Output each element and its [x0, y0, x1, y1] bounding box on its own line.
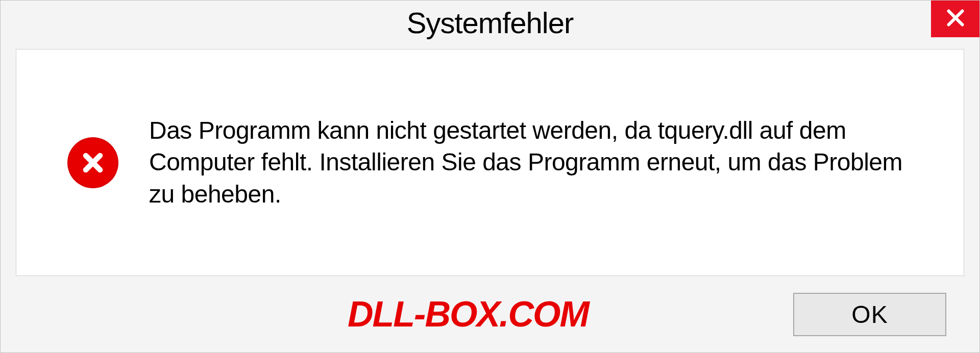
content-area: Das Programm kann nicht gestartet werden… [16, 49, 964, 276]
watermark-text: DLL-BOX.COM [16, 294, 589, 335]
error-icon [67, 137, 118, 188]
error-message: Das Programm kann nicht gestartet werden… [149, 115, 923, 210]
close-button[interactable] [931, 1, 979, 37]
dialog-footer: DLL-BOX.COM OK [1, 276, 979, 352]
dialog-title: Systemfehler [407, 6, 573, 40]
close-icon [944, 6, 967, 32]
titlebar: Systemfehler [1, 1, 979, 49]
error-dialog: Systemfehler Das Programm kann nicht ges… [0, 0, 980, 353]
ok-button[interactable]: OK [793, 293, 946, 336]
